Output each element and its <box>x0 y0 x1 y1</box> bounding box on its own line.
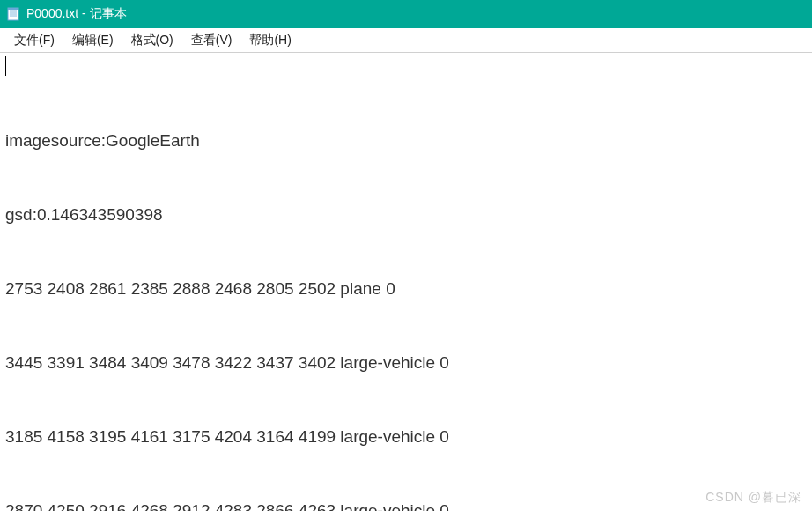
notepad-icon <box>5 6 21 22</box>
watermark: CSDN @暮已深 <box>705 490 801 506</box>
menu-edit[interactable]: 编辑(E) <box>65 31 121 50</box>
menu-format[interactable]: 格式(O) <box>124 31 181 50</box>
text-area[interactable]: imagesource:GoogleEarth gsd:0.1463435903… <box>0 53 812 511</box>
text-cursor <box>5 56 6 76</box>
menu-view[interactable]: 查看(V) <box>184 31 240 50</box>
svg-rect-5 <box>8 8 18 10</box>
text-line: 2753 2408 2861 2385 2888 2468 2805 2502 … <box>5 277 807 301</box>
text-line: 2870 4250 2916 4268 2912 4283 2866 4263 … <box>5 499 807 511</box>
menubar: 文件(F) 编辑(E) 格式(O) 查看(V) 帮助(H) <box>0 28 812 53</box>
menu-file[interactable]: 文件(F) <box>7 31 62 50</box>
text-line: 3185 4158 3195 4161 3175 4204 3164 4199 … <box>5 425 807 449</box>
window-title: P0000.txt - 记事本 <box>26 6 127 22</box>
text-line: gsd:0.146343590398 <box>5 203 807 227</box>
text-line: imagesource:GoogleEarth <box>5 129 807 153</box>
menu-help[interactable]: 帮助(H) <box>242 31 298 50</box>
text-line: 3445 3391 3484 3409 3478 3422 3437 3402 … <box>5 351 807 375</box>
titlebar: P0000.txt - 记事本 <box>0 0 812 28</box>
